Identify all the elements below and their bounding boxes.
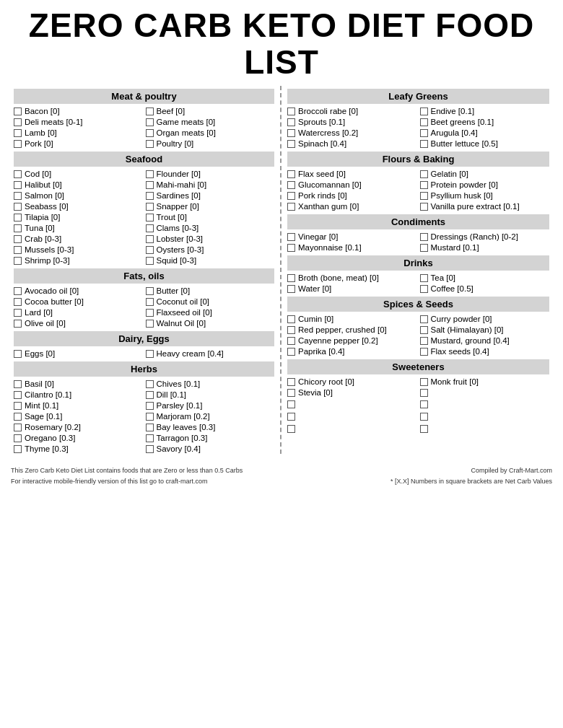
checkbox[interactable] <box>14 309 22 317</box>
checkbox[interactable] <box>14 108 22 115</box>
checkbox[interactable] <box>14 445 22 453</box>
checkbox[interactable] <box>14 214 22 222</box>
checkbox[interactable] <box>14 257 22 265</box>
checkbox[interactable] <box>146 424 154 431</box>
checkbox[interactable] <box>420 244 428 252</box>
checkbox[interactable] <box>146 224 154 232</box>
checkbox[interactable] <box>287 285 295 293</box>
checkbox[interactable] <box>146 170 154 178</box>
list-item: Crab [0-3] <box>14 234 143 244</box>
empty-item <box>287 424 417 434</box>
checkbox[interactable] <box>420 337 428 345</box>
checkbox[interactable] <box>420 170 428 178</box>
checkbox[interactable] <box>14 181 22 189</box>
checkbox[interactable] <box>287 348 295 356</box>
checkbox[interactable] <box>287 181 295 189</box>
checkbox[interactable] <box>14 287 22 295</box>
checkbox[interactable] <box>420 348 428 356</box>
item-label: Lobster [0-3] <box>157 234 204 243</box>
checkbox[interactable] <box>146 181 154 189</box>
checkbox[interactable] <box>14 380 22 388</box>
empty-checkbox[interactable] <box>420 425 428 433</box>
checkbox[interactable] <box>14 350 22 358</box>
empty-checkbox[interactable] <box>287 425 295 433</box>
checkbox[interactable] <box>420 192 428 200</box>
checkbox[interactable] <box>146 108 154 115</box>
checkbox[interactable] <box>14 424 22 431</box>
checkbox[interactable] <box>146 320 154 328</box>
checkbox[interactable] <box>146 380 154 388</box>
empty-checkbox[interactable] <box>287 400 295 408</box>
checkbox[interactable] <box>146 246 154 254</box>
checkbox[interactable] <box>146 235 154 243</box>
checkbox[interactable] <box>420 118 428 126</box>
checkbox[interactable] <box>146 298 154 306</box>
checkbox[interactable] <box>146 350 154 358</box>
items-grid: Vinegar [0]Dressings (Ranch) [0-2]Mayonn… <box>287 232 549 253</box>
checkbox[interactable] <box>146 391 154 399</box>
checkbox[interactable] <box>146 203 154 211</box>
checkbox[interactable] <box>420 203 428 211</box>
checkbox[interactable] <box>420 181 428 189</box>
checkbox[interactable] <box>287 378 295 386</box>
checkbox[interactable] <box>14 118 22 126</box>
checkbox[interactable] <box>287 170 295 178</box>
empty-checkbox[interactable] <box>287 413 295 421</box>
checkbox[interactable] <box>146 118 154 126</box>
checkbox[interactable] <box>146 287 154 295</box>
checkbox[interactable] <box>146 402 154 410</box>
item-label: Mustard, ground [0.4] <box>431 336 510 345</box>
checkbox[interactable] <box>14 434 22 442</box>
checkbox[interactable] <box>146 214 154 222</box>
checkbox[interactable] <box>420 285 428 293</box>
checkbox[interactable] <box>14 129 22 137</box>
checkbox[interactable] <box>14 298 22 306</box>
checkbox[interactable] <box>14 192 22 200</box>
checkbox[interactable] <box>14 170 22 178</box>
checkbox[interactable] <box>146 434 154 442</box>
checkbox[interactable] <box>287 108 295 115</box>
checkbox[interactable] <box>287 192 295 200</box>
checkbox[interactable] <box>287 337 295 345</box>
checkbox[interactable] <box>420 140 428 148</box>
checkbox[interactable] <box>14 391 22 399</box>
item-label: Coconut oil [0] <box>157 297 210 306</box>
checkbox[interactable] <box>146 192 154 200</box>
checkbox[interactable] <box>14 140 22 148</box>
checkbox[interactable] <box>287 129 295 137</box>
checkbox[interactable] <box>146 129 154 137</box>
checkbox[interactable] <box>146 445 154 453</box>
checkbox[interactable] <box>287 274 295 282</box>
checkbox[interactable] <box>146 309 154 317</box>
checkbox[interactable] <box>420 129 428 137</box>
checkbox[interactable] <box>420 315 428 323</box>
checkbox[interactable] <box>287 118 295 126</box>
checkbox[interactable] <box>146 413 154 421</box>
empty-checkbox[interactable] <box>420 400 428 408</box>
checkbox[interactable] <box>287 326 295 334</box>
checkbox[interactable] <box>420 108 428 115</box>
checkbox[interactable] <box>420 378 428 386</box>
checkbox[interactable] <box>420 389 428 397</box>
checkbox[interactable] <box>14 224 22 232</box>
empty-checkbox[interactable] <box>420 413 428 421</box>
checkbox[interactable] <box>420 233 428 241</box>
checkbox[interactable] <box>14 203 22 211</box>
checkbox[interactable] <box>146 257 154 265</box>
checkbox[interactable] <box>14 402 22 410</box>
checkbox[interactable] <box>14 413 22 421</box>
checkbox[interactable] <box>287 233 295 241</box>
checkbox[interactable] <box>14 246 22 254</box>
checkbox[interactable] <box>146 140 154 148</box>
checkbox[interactable] <box>287 315 295 323</box>
checkbox[interactable] <box>420 326 428 334</box>
checkbox[interactable] <box>14 320 22 328</box>
checkbox[interactable] <box>287 203 295 211</box>
item-label: Vanilla pure extract [0.1] <box>431 202 520 211</box>
list-item: Glucomannan [0] <box>287 180 417 190</box>
checkbox[interactable] <box>420 274 428 282</box>
checkbox[interactable] <box>14 235 22 243</box>
checkbox[interactable] <box>287 244 295 252</box>
checkbox[interactable] <box>287 140 295 148</box>
checkbox[interactable] <box>287 389 295 397</box>
